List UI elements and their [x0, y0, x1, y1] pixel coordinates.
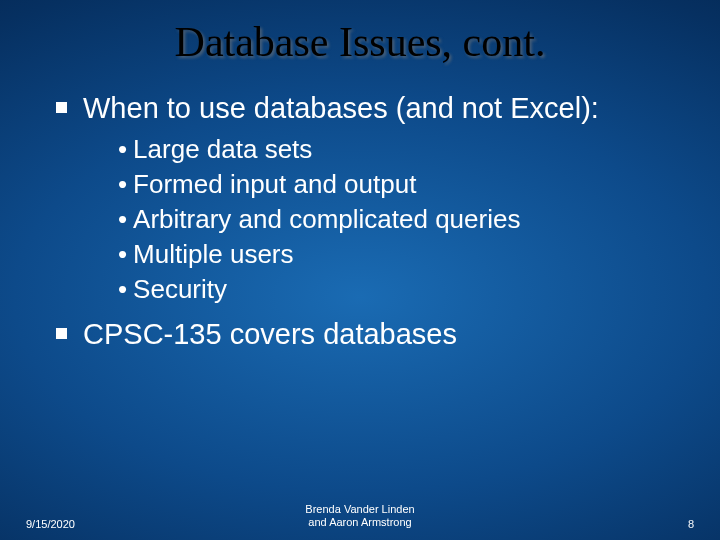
sub-bullet-text: Multiple users: [133, 239, 293, 269]
footer-author: Brenda Vander Linden and Aaron Armstrong: [116, 503, 604, 531]
dot-bullet-icon: •: [118, 202, 127, 237]
dot-bullet-icon: •: [118, 272, 127, 307]
dot-bullet-icon: •: [118, 167, 127, 202]
sub-bullet-list: •Large data sets •Formed input and outpu…: [56, 132, 680, 306]
footer-date: 9/15/2020: [26, 518, 116, 530]
slide-body: When to use databases (and not Excel): •…: [0, 66, 720, 353]
sub-bullet-item: •Large data sets: [118, 132, 680, 167]
slide-title: Database Issues, cont.: [0, 0, 720, 66]
footer-page-number: 8: [604, 518, 694, 530]
bullet-item: When to use databases (and not Excel):: [56, 90, 680, 126]
sub-bullet-text: Formed input and output: [133, 169, 416, 199]
square-bullet-icon: [56, 102, 67, 113]
footer-author-line1: Brenda Vander Linden: [305, 503, 414, 515]
sub-bullet-item: •Arbitrary and complicated queries: [118, 202, 680, 237]
sub-bullet-text: Arbitrary and complicated queries: [133, 204, 520, 234]
bullet-item: CPSC-135 covers databases: [56, 316, 680, 352]
footer-author-line2: and Aaron Armstrong: [308, 516, 411, 528]
sub-bullet-text: Security: [133, 274, 227, 304]
dot-bullet-icon: •: [118, 237, 127, 272]
sub-bullet-text: Large data sets: [133, 134, 312, 164]
slide-footer: 9/15/2020 Brenda Vander Linden and Aaron…: [0, 503, 720, 531]
slide: Database Issues, cont. When to use datab…: [0, 0, 720, 540]
sub-bullet-item: •Formed input and output: [118, 167, 680, 202]
bullet-text: When to use databases (and not Excel):: [83, 90, 599, 126]
square-bullet-icon: [56, 328, 67, 339]
dot-bullet-icon: •: [118, 132, 127, 167]
bullet-text: CPSC-135 covers databases: [83, 316, 457, 352]
sub-bullet-item: •Multiple users: [118, 237, 680, 272]
sub-bullet-item: •Security: [118, 272, 680, 307]
